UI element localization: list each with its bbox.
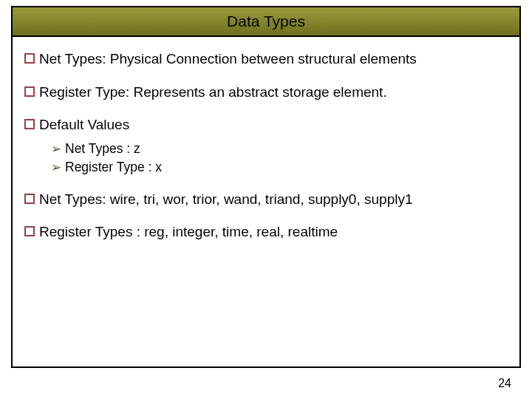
bullet-item: Register Types : reg, integer, time, rea… bbox=[24, 223, 508, 242]
sub-bullet-item: ➢ Net Types : z bbox=[51, 140, 508, 157]
slide-frame: Data Types Net Types: Physical Connectio… bbox=[11, 6, 521, 368]
square-bullet-icon bbox=[24, 226, 35, 236]
sub-bullet-item: ➢ Register Type : x bbox=[51, 159, 508, 176]
bullet-text: Net Types: wire, tri, wor, trior, wand, … bbox=[39, 191, 413, 209]
bullet-text: Default Values bbox=[39, 116, 129, 134]
bullet-text: Register Type: Represents an abstract st… bbox=[39, 83, 387, 102]
sub-bullet-text: Register Type : x bbox=[65, 159, 162, 176]
slide-title: Data Types bbox=[227, 13, 305, 30]
title-bar: Data Types bbox=[13, 7, 519, 37]
bullet-item: Net Types: Physical Connection between s… bbox=[24, 50, 508, 69]
bullet-item: Default Values bbox=[24, 116, 508, 134]
sub-bullet-list: ➢ Net Types : z ➢ Register Type : x bbox=[51, 140, 508, 176]
bullet-text: Net Types: Physical Connection between s… bbox=[39, 50, 417, 69]
bullet-item: Register Type: Represents an abstract st… bbox=[24, 83, 508, 102]
arrow-bullet-icon: ➢ bbox=[51, 160, 61, 175]
bullet-text: Register Types : reg, integer, time, rea… bbox=[39, 223, 338, 242]
square-bullet-icon bbox=[24, 86, 35, 97]
bullet-item: Net Types: wire, tri, wor, trior, wand, … bbox=[24, 191, 508, 209]
square-bullet-icon bbox=[24, 53, 35, 64]
sub-bullet-text: Net Types : z bbox=[65, 140, 140, 157]
arrow-bullet-icon: ➢ bbox=[51, 141, 61, 157]
page-number: 24 bbox=[498, 377, 511, 390]
slide-content: Net Types: Physical Connection between s… bbox=[13, 37, 519, 264]
square-bullet-icon bbox=[24, 194, 35, 204]
square-bullet-icon bbox=[24, 119, 35, 129]
